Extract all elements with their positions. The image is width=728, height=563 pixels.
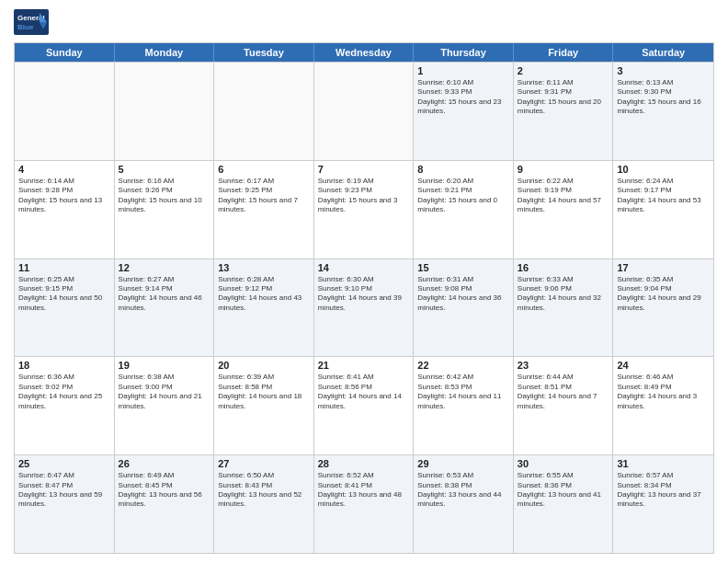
day-cell-2: 2Sunrise: 6:11 AM Sunset: 9:31 PM Daylig… [514,63,614,160]
day-info: Sunrise: 6:35 AM Sunset: 9:04 PM Dayligh… [617,275,710,314]
logo-icon: General Blue [14,9,49,35]
day-info: Sunrise: 6:47 AM Sunset: 8:47 PM Dayligh… [18,471,110,510]
day-cell-26: 26Sunrise: 6:49 AM Sunset: 8:45 PM Dayli… [115,455,215,553]
day-number: 26 [119,458,210,469]
day-info: Sunrise: 6:19 AM Sunset: 9:23 PM Dayligh… [318,177,410,215]
day-info: Sunrise: 6:39 AM Sunset: 8:58 PM Dayligh… [218,373,310,411]
day-cell-21: 21Sunrise: 6:41 AM Sunset: 8:56 PM Dayli… [314,357,415,454]
day-info: Sunrise: 6:10 AM Sunset: 9:33 PM Dayligh… [417,78,509,117]
day-cell-15: 15Sunrise: 6:31 AM Sunset: 9:08 PM Dayli… [414,259,514,357]
day-info: Sunrise: 6:27 AM Sunset: 9:14 PM Dayligh… [119,275,210,314]
day-info: Sunrise: 6:28 AM Sunset: 9:12 PM Dayligh… [218,275,310,314]
day-cell-20: 20Sunrise: 6:39 AM Sunset: 8:58 PM Dayli… [214,357,314,454]
day-cell-10: 10Sunrise: 6:24 AM Sunset: 9:17 PM Dayli… [613,161,713,259]
day-info: Sunrise: 6:22 AM Sunset: 9:19 PM Dayligh… [518,177,609,215]
day-number: 4 [18,164,110,175]
day-number: 19 [119,360,210,371]
day-number: 21 [318,360,410,371]
day-header-saturday: Saturday [613,43,713,62]
calendar-week-5: 25Sunrise: 6:47 AM Sunset: 8:47 PM Dayli… [15,454,713,553]
day-number: 31 [617,458,710,469]
day-number: 12 [119,262,210,273]
day-info: Sunrise: 6:17 AM Sunset: 9:25 PM Dayligh… [218,177,310,215]
day-cell-22: 22Sunrise: 6:42 AM Sunset: 8:53 PM Dayli… [414,357,514,454]
day-info: Sunrise: 6:57 AM Sunset: 8:34 PM Dayligh… [617,471,710,510]
day-cell-1: 1Sunrise: 6:10 AM Sunset: 9:33 PM Daylig… [414,63,514,160]
day-info: Sunrise: 6:20 AM Sunset: 9:21 PM Dayligh… [417,177,509,215]
day-number: 2 [518,65,609,76]
day-info: Sunrise: 6:31 AM Sunset: 9:08 PM Dayligh… [417,275,509,314]
day-info: Sunrise: 6:38 AM Sunset: 9:00 PM Dayligh… [119,373,210,411]
calendar-header: SundayMondayTuesdayWednesdayThursdayFrid… [15,43,713,62]
day-info: Sunrise: 6:13 AM Sunset: 9:30 PM Dayligh… [617,78,710,117]
day-info: Sunrise: 6:53 AM Sunset: 8:38 PM Dayligh… [417,471,509,510]
day-number: 14 [318,262,410,273]
day-cell-18: 18Sunrise: 6:36 AM Sunset: 9:02 PM Dayli… [15,357,115,454]
day-header-wednesday: Wednesday [314,43,415,62]
day-cell-23: 23Sunrise: 6:44 AM Sunset: 8:51 PM Dayli… [514,357,614,454]
day-number: 9 [518,164,609,175]
day-cell-29: 29Sunrise: 6:53 AM Sunset: 8:38 PM Dayli… [414,455,514,553]
day-number: 10 [617,164,710,175]
day-number: 22 [417,360,509,371]
day-header-tuesday: Tuesday [214,43,314,62]
page: General Blue SundayMondayTuesdayWednesda… [0,0,728,563]
day-number: 24 [617,360,710,371]
day-cell-31: 31Sunrise: 6:57 AM Sunset: 8:34 PM Dayli… [613,455,713,553]
logo: General Blue [14,9,49,35]
day-info: Sunrise: 6:55 AM Sunset: 8:36 PM Dayligh… [518,471,609,510]
day-info: Sunrise: 6:44 AM Sunset: 8:51 PM Dayligh… [518,373,609,411]
day-info: Sunrise: 6:14 AM Sunset: 9:28 PM Dayligh… [18,177,110,215]
day-number: 11 [18,262,110,273]
day-info: Sunrise: 6:11 AM Sunset: 9:31 PM Dayligh… [518,78,609,117]
day-cell-6: 6Sunrise: 6:17 AM Sunset: 9:25 PM Daylig… [214,161,314,259]
day-number: 16 [518,262,609,273]
empty-cell [15,63,115,160]
day-header-friday: Friday [514,43,614,62]
day-number: 27 [218,458,310,469]
day-info: Sunrise: 6:36 AM Sunset: 9:02 PM Dayligh… [18,373,110,411]
empty-cell [214,63,314,160]
empty-cell [115,63,215,160]
day-number: 15 [417,262,509,273]
day-number: 17 [617,262,710,273]
day-info: Sunrise: 6:46 AM Sunset: 8:49 PM Dayligh… [617,373,710,411]
day-cell-27: 27Sunrise: 6:50 AM Sunset: 8:43 PM Dayli… [214,455,314,553]
day-number: 25 [18,458,110,469]
day-number: 18 [18,360,110,371]
day-number: 30 [518,458,609,469]
calendar-week-4: 18Sunrise: 6:36 AM Sunset: 9:02 PM Dayli… [15,356,713,454]
day-cell-7: 7Sunrise: 6:19 AM Sunset: 9:23 PM Daylig… [314,161,415,259]
day-info: Sunrise: 6:50 AM Sunset: 8:43 PM Dayligh… [218,471,310,510]
day-number: 6 [218,164,310,175]
day-number: 5 [119,164,210,175]
day-header-sunday: Sunday [15,43,115,62]
day-cell-24: 24Sunrise: 6:46 AM Sunset: 8:49 PM Dayli… [613,357,713,454]
day-cell-12: 12Sunrise: 6:27 AM Sunset: 9:14 PM Dayli… [115,259,215,357]
day-cell-3: 3Sunrise: 6:13 AM Sunset: 9:30 PM Daylig… [613,63,713,160]
calendar-week-3: 11Sunrise: 6:25 AM Sunset: 9:15 PM Dayli… [15,259,713,357]
day-cell-16: 16Sunrise: 6:33 AM Sunset: 9:06 PM Dayli… [514,259,614,357]
day-number: 13 [218,262,310,273]
day-info: Sunrise: 6:33 AM Sunset: 9:06 PM Dayligh… [518,275,609,314]
day-info: Sunrise: 6:52 AM Sunset: 8:41 PM Dayligh… [318,471,410,510]
day-cell-19: 19Sunrise: 6:38 AM Sunset: 9:00 PM Dayli… [115,357,215,454]
day-number: 1 [417,65,509,76]
empty-cell [314,63,415,160]
day-number: 28 [318,458,410,469]
svg-text:Blue: Blue [17,23,34,31]
day-info: Sunrise: 6:16 AM Sunset: 9:26 PM Dayligh… [119,177,210,215]
calendar-body: 1Sunrise: 6:10 AM Sunset: 9:33 PM Daylig… [15,62,713,553]
day-info: Sunrise: 6:25 AM Sunset: 9:15 PM Dayligh… [18,275,110,314]
day-info: Sunrise: 6:42 AM Sunset: 8:53 PM Dayligh… [417,373,509,411]
day-info: Sunrise: 6:24 AM Sunset: 9:17 PM Dayligh… [617,177,710,215]
calendar-week-1: 1Sunrise: 6:10 AM Sunset: 9:33 PM Daylig… [15,62,713,160]
day-number: 29 [417,458,509,469]
day-header-monday: Monday [115,43,215,62]
day-number: 3 [617,65,710,76]
day-cell-14: 14Sunrise: 6:30 AM Sunset: 9:10 PM Dayli… [314,259,415,357]
day-cell-25: 25Sunrise: 6:47 AM Sunset: 8:47 PM Dayli… [15,455,115,553]
day-header-thursday: Thursday [414,43,514,62]
day-number: 8 [417,164,509,175]
day-cell-28: 28Sunrise: 6:52 AM Sunset: 8:41 PM Dayli… [314,455,415,553]
